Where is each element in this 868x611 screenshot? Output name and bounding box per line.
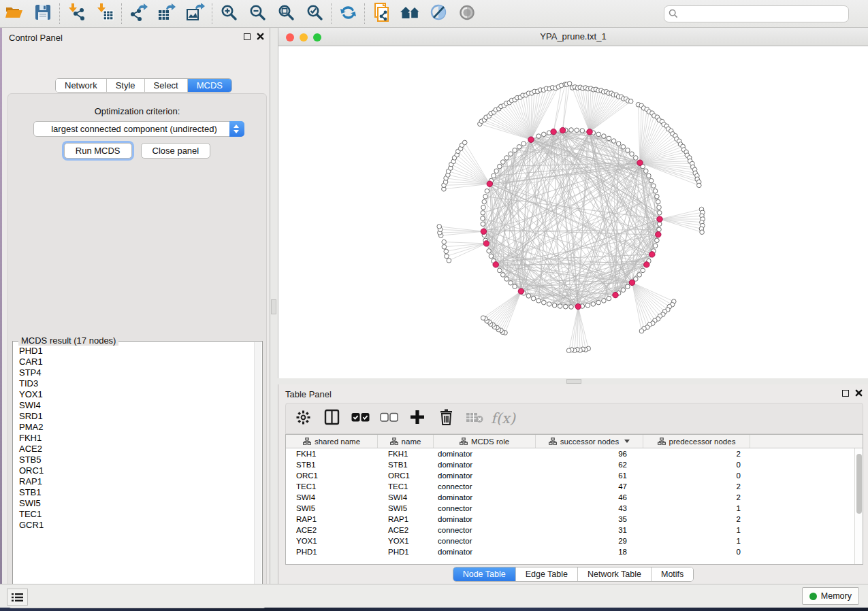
tab-style[interactable]: Style [107, 79, 145, 92]
float-panel-icon[interactable] [244, 33, 251, 40]
mcds-node-item[interactable]: STP4 [19, 367, 254, 378]
vertical-splitter-grip[interactable] [271, 299, 276, 314]
mcds-node-item[interactable]: SWI5 [19, 498, 254, 509]
go-home-icon [400, 4, 421, 23]
horizontal-splitter[interactable] [278, 378, 868, 384]
cell-shared-name: PHD1 [286, 548, 378, 556]
select-all-rows-button[interactable] [351, 410, 369, 427]
tab-node-table[interactable]: Node Table [453, 567, 516, 581]
cell-successor-nodes: 61 [536, 472, 643, 480]
close-panel-icon[interactable] [257, 33, 264, 40]
delete-column-button[interactable] [437, 410, 455, 427]
table-row[interactable]: STB1STB1dominator620 [286, 459, 854, 470]
tab-mcds[interactable]: MCDS [188, 79, 231, 92]
tab-motifs[interactable]: Motifs [652, 567, 693, 581]
open-folder-button[interactable] [0, 1, 29, 26]
table-scrollbar-thumb[interactable] [856, 454, 862, 514]
mcds-node-item[interactable]: YOX1 [19, 389, 254, 400]
cell-shared-name: SWI4 [286, 493, 378, 501]
horizontal-splitter-grip[interactable] [566, 379, 581, 384]
zoom-out-button[interactable] [243, 1, 272, 26]
column-header-predecessor-nodes[interactable]: predecessor nodes [643, 435, 750, 448]
table-scrollbar[interactable] [854, 448, 863, 564]
mcds-node-item[interactable]: SWI4 [19, 400, 254, 411]
mcds-node-item[interactable]: STB1 [19, 487, 254, 498]
apply-function-button[interactable]: f(x) [494, 410, 512, 427]
zoom-in-button[interactable] [214, 1, 243, 26]
close-window-icon[interactable] [286, 33, 294, 42]
column-header-shared-name[interactable]: shared name [286, 435, 378, 448]
mcds-node-item[interactable]: ORC1 [19, 465, 254, 476]
table-mode-gear-button[interactable] [294, 410, 312, 427]
mcds-node-item[interactable]: STB5 [19, 455, 254, 465]
mcds-panel: Optimization criterion: largest connecte… [7, 93, 267, 608]
column-header-name[interactable]: name [378, 435, 434, 448]
minimize-window-icon[interactable] [300, 33, 308, 42]
memory-button[interactable]: Memory [802, 587, 859, 605]
tab-edge-table[interactable]: Edge Table [516, 567, 578, 581]
export-image-button[interactable] [181, 1, 210, 26]
add-column-button[interactable] [408, 410, 426, 427]
table-row[interactable]: YOX1YOX1connector291 [286, 535, 854, 546]
network-from-selection-button[interactable] [367, 1, 396, 26]
table-row[interactable]: FKH1FKH1dominator962 [286, 448, 854, 459]
mcds-node-item[interactable]: TEC1 [19, 509, 254, 520]
import-network-button[interactable] [62, 1, 91, 26]
criterion-dropdown[interactable]: largest connected component (undirected) [33, 121, 244, 137]
import-table-button[interactable] [91, 1, 119, 26]
zoom-selected-button[interactable] [300, 1, 329, 26]
float-table-panel-icon[interactable] [842, 390, 849, 397]
mcds-list-scrollbar[interactable] [254, 342, 261, 598]
tab-network-table[interactable]: Network Table [578, 567, 652, 581]
go-home-button[interactable] [396, 1, 424, 26]
tab-network[interactable]: Network [56, 79, 107, 92]
network-window-titlebar[interactable]: YPA_prune.txt_1 [278, 28, 868, 46]
hide-graphics-details-button[interactable] [424, 1, 453, 26]
delete-table-button[interactable] [466, 410, 483, 427]
sort-chevron-icon[interactable] [624, 440, 630, 443]
maximize-window-icon[interactable] [313, 33, 321, 42]
cell-successor-nodes: 35 [536, 515, 643, 523]
task-history-button[interactable] [7, 589, 28, 606]
zoom-out-icon [248, 3, 267, 24]
search-input[interactable] [664, 5, 849, 22]
vertical-splitter[interactable] [270, 28, 278, 584]
table-row[interactable]: SWI5SWI5connector431 [286, 503, 854, 514]
toolbar-separator [212, 3, 212, 24]
apply-layout-button[interactable] [334, 1, 362, 26]
table-row[interactable]: TEC1TEC1connector472 [286, 481, 854, 492]
mcds-node-item[interactable]: CAR1 [19, 357, 254, 367]
mcds-node-item[interactable]: GCR1 [19, 520, 254, 531]
table-row[interactable]: PHD1PHD1dominator180 [286, 546, 854, 557]
mcds-node-item[interactable]: ACE2 [19, 444, 254, 455]
table-row[interactable]: RAP1RAP1dominator352 [286, 514, 854, 525]
close-table-panel-icon[interactable] [855, 389, 863, 397]
show-columns-button[interactable] [323, 410, 340, 427]
mcds-node-item[interactable]: PHD1 [19, 346, 254, 357]
mcds-node-item[interactable]: FKH1 [19, 433, 254, 444]
save-session-icon [34, 3, 52, 24]
mcds-node-item[interactable]: TID3 [19, 378, 254, 389]
mcds-node-item[interactable]: SRD1 [19, 411, 254, 422]
export-network-button[interactable] [124, 1, 152, 26]
column-header-MCDS-role[interactable]: MCDS role [434, 435, 536, 448]
network-graph[interactable] [278, 46, 868, 378]
close-panel-button[interactable]: Close panel [141, 143, 211, 159]
table-row[interactable]: ACE2ACE2connector311 [286, 525, 854, 535]
hierarchy-icon [390, 437, 398, 445]
mcds-node-item[interactable]: PMA2 [19, 422, 254, 433]
save-session-button[interactable] [29, 1, 57, 26]
table-row[interactable]: SWI4SWI4dominator462 [286, 492, 854, 503]
export-table-button[interactable] [152, 1, 181, 26]
deselect-all-rows-button[interactable] [380, 410, 398, 427]
zoom-fit-button[interactable] [272, 1, 300, 26]
table-row[interactable]: ORC1ORC1dominator610 [286, 470, 854, 481]
show-graphics-details-button[interactable] [453, 1, 481, 26]
mcds-result-list[interactable]: PHD1CAR1STP4TID3YOX1SWI4SRD1PMA2FKH1ACE2… [14, 346, 254, 598]
network-canvas[interactable] [278, 46, 868, 378]
mcds-node-item[interactable]: RAP1 [19, 476, 254, 487]
run-mcds-button[interactable]: Run MCDS [64, 143, 132, 159]
tab-select[interactable]: Select [145, 79, 188, 92]
column-header-successor-nodes[interactable]: successor nodes [536, 435, 643, 448]
cell-name: ACE2 [378, 526, 434, 534]
